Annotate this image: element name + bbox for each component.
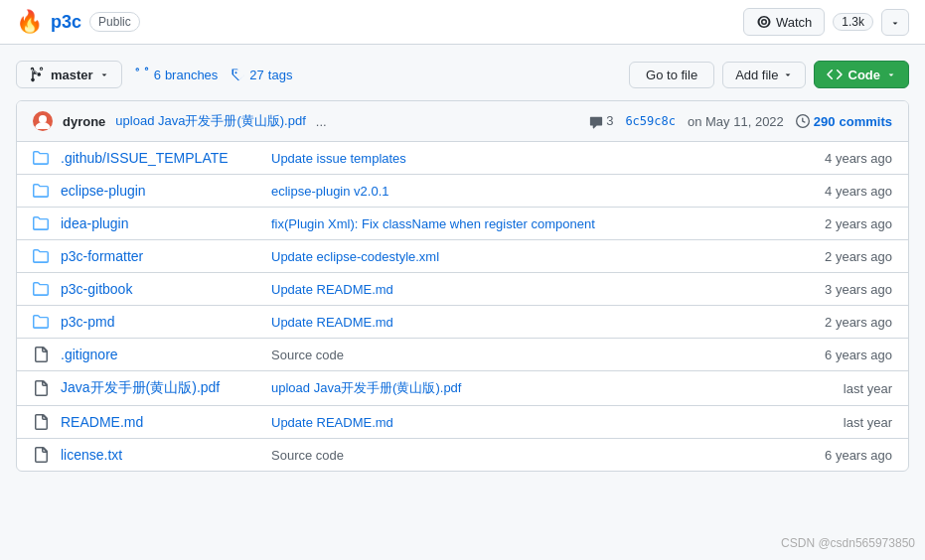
tags-link[interactable]: 27 tags bbox=[230, 67, 292, 82]
file-name-link[interactable]: license.txt bbox=[61, 447, 122, 463]
file-name: Java开发手册(黄山版).pdf bbox=[61, 379, 259, 397]
commit-dots[interactable]: ... bbox=[316, 114, 327, 129]
watch-label: Watch bbox=[776, 15, 812, 30]
file-commit-msg: Source code bbox=[271, 448, 761, 463]
repo-name[interactable]: p3c bbox=[51, 12, 81, 33]
chevron-down-icon bbox=[890, 18, 900, 28]
branch-count-icon bbox=[134, 67, 150, 82]
comment-count: 3 bbox=[606, 113, 613, 128]
public-badge: Public bbox=[89, 12, 140, 32]
file-type-icon bbox=[33, 215, 49, 231]
watch-button[interactable]: Watch bbox=[743, 8, 825, 36]
file-commit-msg: Source code bbox=[271, 348, 761, 362]
file-commit-link[interactable]: Update eclipse-codestyle.xml bbox=[271, 249, 439, 264]
file-commit-link[interactable]: eclipse-plugin v2.0.1 bbox=[271, 184, 389, 199]
tags-label: tags bbox=[268, 68, 293, 82]
code-label: Code bbox=[848, 68, 881, 82]
add-file-chevron-icon bbox=[783, 70, 793, 79]
main-content: master 6 branches 27 tags Go to file Add… bbox=[0, 45, 925, 488]
table-row: idea-plugin fix(Plugin Xml): Fix classNa… bbox=[17, 208, 908, 240]
file-time: 6 years ago bbox=[773, 348, 892, 362]
folder-icon bbox=[33, 215, 49, 231]
file-commit-link[interactable]: Update README.md bbox=[271, 315, 393, 330]
file-commit-link[interactable]: Update issue templates bbox=[271, 151, 406, 166]
file-name-link[interactable]: idea-plugin bbox=[61, 215, 129, 231]
folder-icon bbox=[33, 248, 49, 264]
branches-count: 6 bbox=[154, 68, 161, 82]
code-icon bbox=[827, 67, 843, 82]
file-name-link[interactable]: eclipse-plugin bbox=[61, 183, 146, 199]
file-rows: .github/ISSUE_TEMPLATE Update issue temp… bbox=[17, 142, 908, 471]
file-type-icon bbox=[33, 347, 49, 362]
master-label: master bbox=[51, 68, 93, 82]
file-type-icon bbox=[33, 447, 49, 463]
master-branch-button[interactable]: master bbox=[16, 61, 122, 88]
table-row: README.md Update README.md last year bbox=[17, 406, 908, 439]
file-name-link[interactable]: README.md bbox=[61, 414, 143, 430]
add-file-button[interactable]: Add file bbox=[722, 62, 805, 88]
chevron-down-icon bbox=[99, 70, 109, 79]
file-commit-link[interactable]: Update README.md bbox=[271, 415, 393, 430]
table-row: eclipse-plugin eclipse-plugin v2.0.1 4 y… bbox=[17, 175, 908, 208]
file-name: p3c-pmd bbox=[61, 314, 259, 330]
code-button[interactable]: Code bbox=[814, 61, 910, 88]
top-bar-actions: Watch 1.3k bbox=[743, 8, 909, 36]
file-name-link[interactable]: p3c-pmd bbox=[61, 314, 114, 330]
file-commit-msg: Update README.md bbox=[271, 415, 761, 430]
file-commit-link[interactable]: Source code bbox=[271, 448, 344, 463]
commit-message[interactable]: upload Java开发手册(黄山版).pdf bbox=[115, 112, 305, 130]
file-type-icon bbox=[33, 314, 49, 330]
file-icon bbox=[33, 347, 49, 362]
file-table: dyrone upload Java开发手册(黄山版).pdf ... 3 6c… bbox=[16, 100, 909, 472]
file-name-link[interactable]: .gitignore bbox=[61, 347, 118, 362]
file-commit-msg: eclipse-plugin v2.0.1 bbox=[271, 184, 761, 199]
code-chevron-icon bbox=[886, 70, 896, 79]
file-time: 4 years ago bbox=[773, 184, 892, 199]
branches-label: branches bbox=[165, 68, 218, 82]
branches-link[interactable]: 6 branches bbox=[134, 67, 219, 82]
commit-count: 290 commits bbox=[796, 114, 892, 129]
clock-icon bbox=[796, 114, 810, 128]
table-row: .gitignore Source code 6 years ago bbox=[17, 339, 908, 371]
branch-bar: master 6 branches 27 tags Go to file Add… bbox=[16, 61, 909, 88]
file-commit-link[interactable]: fix(Plugin Xml): Fix className when regi… bbox=[271, 216, 595, 231]
file-name: .gitignore bbox=[61, 347, 259, 362]
file-name: p3c-gitbook bbox=[61, 281, 259, 297]
file-name: license.txt bbox=[61, 447, 259, 463]
file-name: p3c-formatter bbox=[61, 248, 259, 264]
goto-file-button[interactable]: Go to file bbox=[629, 62, 714, 88]
commit-hash[interactable]: 6c59c8c bbox=[625, 114, 676, 128]
branch-bar-actions: Go to file Add file Code bbox=[629, 61, 909, 88]
eye-icon bbox=[756, 14, 772, 30]
comment-icon bbox=[589, 115, 603, 129]
file-type-icon bbox=[33, 183, 49, 199]
file-commit-msg: fix(Plugin Xml): Fix className when regi… bbox=[271, 216, 761, 231]
file-commit-link[interactable]: upload Java开发手册(黄山版).pdf bbox=[271, 380, 461, 395]
file-commit-msg: Update README.md bbox=[271, 315, 761, 330]
commit-time: on May 11, 2022 bbox=[688, 114, 784, 129]
comment-icon: 3 bbox=[589, 113, 614, 129]
commit-bar-right: 3 6c59c8c on May 11, 2022 290 commits bbox=[589, 113, 892, 129]
tags-count: 27 bbox=[249, 68, 263, 82]
table-row: Java开发手册(黄山版).pdf upload Java开发手册(黄山版).p… bbox=[17, 371, 908, 406]
file-name-link[interactable]: .github/ISSUE_TEMPLATE bbox=[61, 150, 229, 166]
branch-icon bbox=[29, 67, 45, 82]
file-name-link[interactable]: p3c-gitbook bbox=[61, 281, 132, 297]
file-time: 2 years ago bbox=[773, 315, 892, 330]
table-row: .github/ISSUE_TEMPLATE Update issue temp… bbox=[17, 142, 908, 175]
site-logo: 🔥 bbox=[16, 9, 43, 35]
file-time: 2 years ago bbox=[773, 249, 892, 264]
file-name-link[interactable]: p3c-formatter bbox=[61, 248, 143, 264]
file-commit-link[interactable]: Update README.md bbox=[271, 282, 393, 297]
watch-chevron-button[interactable] bbox=[881, 9, 909, 36]
add-file-label: Add file bbox=[735, 68, 778, 82]
folder-icon bbox=[33, 314, 49, 330]
file-time: 6 years ago bbox=[773, 448, 892, 463]
commit-author[interactable]: dyrone bbox=[63, 114, 105, 129]
file-commit-link[interactable]: Source code bbox=[271, 348, 344, 362]
commits-label[interactable]: commits bbox=[840, 114, 892, 129]
file-name-link[interactable]: Java开发手册(黄山版).pdf bbox=[61, 379, 220, 395]
commits-count[interactable]: 290 bbox=[814, 114, 836, 129]
folder-icon bbox=[33, 281, 49, 297]
file-time: 2 years ago bbox=[773, 216, 892, 231]
